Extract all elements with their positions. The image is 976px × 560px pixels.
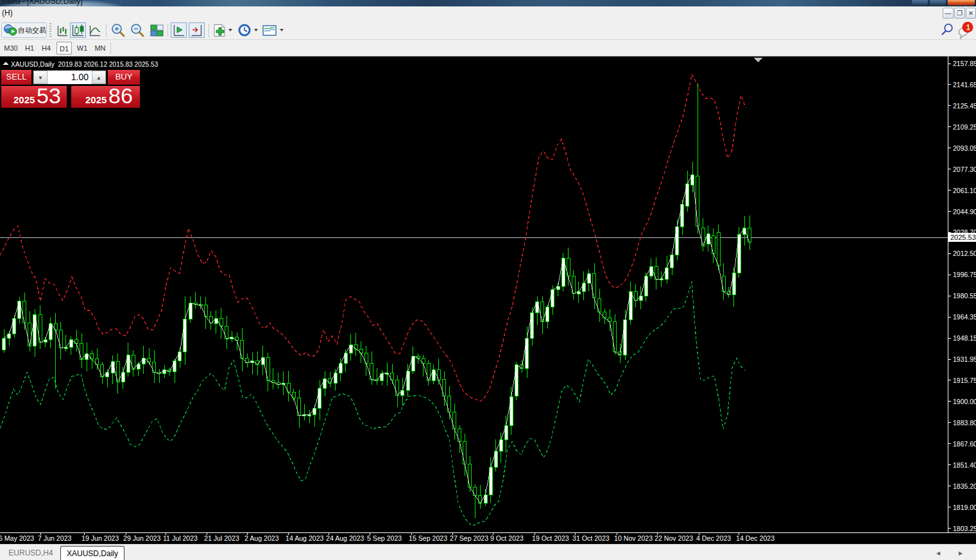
svg-text:1900.00: 1900.00 [953,398,976,405]
svg-text:19 Jun 2023: 19 Jun 2023 [81,534,119,542]
svg-text:26 May 2023: 26 May 2023 [0,534,34,542]
svg-text:14 Dec 2023: 14 Dec 2023 [736,534,775,542]
svg-text:1996.75: 1996.75 [953,271,976,278]
svg-text:XAUUSD,Daily 2019.83 2026.12: XAUUSD,Daily 2019.83 2026.12 2015.83 202… [11,61,158,68]
svg-text:1819.00: 1819.00 [953,504,976,511]
svg-text:自动交易: 自动交易 [18,26,46,34]
svg-text:1948.15: 1948.15 [953,334,976,342]
svg-text:2157.85: 2157.85 [953,60,976,67]
svg-text:2025.53: 2025.53 [950,233,976,241]
svg-text:1883.80: 1883.80 [953,419,976,427]
svg-text:2061.10: 2061.10 [953,187,976,194]
svg-text:1851.40: 1851.40 [953,461,976,469]
svg-text:2093.05: 2093.05 [953,144,976,152]
svg-text:1964.35: 1964.35 [953,313,976,321]
svg-text:21 Jul 2023: 21 Jul 2023 [204,534,239,542]
svg-text:14 Aug 2023: 14 Aug 2023 [286,534,324,542]
svg-text:1803.25: 1803.25 [953,525,976,532]
svg-text:4 Dec 2023: 4 Dec 2023 [696,534,731,542]
svg-text:10 Nov 2023: 10 Nov 2023 [614,534,653,542]
svg-text:2141.65: 2141.65 [953,81,976,89]
svg-text:1931.95: 1931.95 [953,355,976,363]
svg-text:2044.90: 2044.90 [953,208,976,216]
svg-text:1867.60: 1867.60 [953,440,976,448]
svg-text:11 Jul 2023: 11 Jul 2023 [163,534,198,542]
svg-text:31 Oct 2023: 31 Oct 2023 [572,534,610,542]
svg-text:2 Aug 2023: 2 Aug 2023 [244,534,279,542]
svg-text:15 Sep 2023: 15 Sep 2023 [409,534,447,542]
svg-text:2012.50: 2012.50 [953,250,976,257]
svg-text:9 Oct 2023: 9 Oct 2023 [490,534,524,542]
svg-text:1: 1 [966,23,971,32]
svg-text:1835.20: 1835.20 [953,482,976,490]
svg-text:2077.30: 2077.30 [953,165,976,173]
svg-text:7 Jun 2023: 7 Jun 2023 [38,534,72,542]
svg-text:5 Sep 2023: 5 Sep 2023 [367,534,402,542]
svg-text:2109.25: 2109.25 [953,123,976,131]
svg-text:24 Aug 2023: 24 Aug 2023 [326,534,364,542]
svg-text:29 Jun 2023: 29 Jun 2023 [123,534,160,542]
svg-text:22 Nov 2023: 22 Nov 2023 [655,534,693,542]
svg-text:1980.55: 1980.55 [953,292,976,300]
svg-text:2125.45: 2125.45 [953,102,976,110]
svg-text:27 Sep 2023: 27 Sep 2023 [450,534,488,542]
svg-text:19 Oct 2023: 19 Oct 2023 [532,534,569,542]
svg-text:1915.75: 1915.75 [953,377,976,384]
